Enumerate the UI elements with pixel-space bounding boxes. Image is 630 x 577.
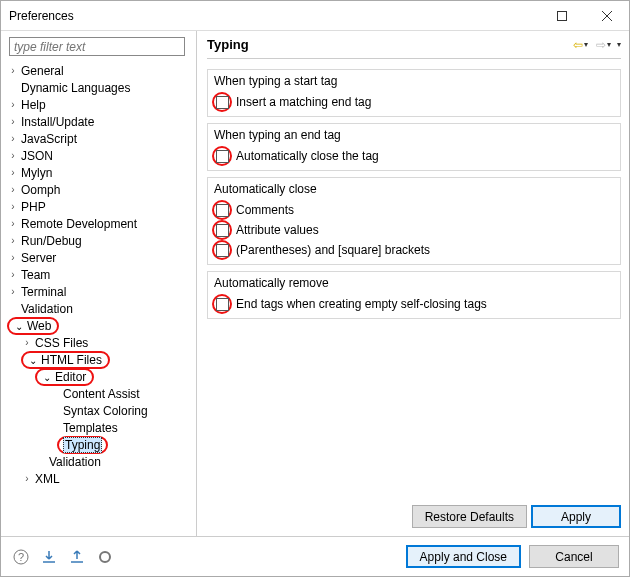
- tree-item-mylyn[interactable]: ›Mylyn: [7, 164, 192, 181]
- footer: ? Apply and Close Cancel: [1, 536, 629, 576]
- preferences-tree[interactable]: ›General Dynamic Languages ›Help ›Instal…: [7, 62, 196, 536]
- group-title: Automatically remove: [214, 276, 616, 290]
- arrow-right-icon: ⇨: [596, 38, 606, 52]
- dropdown-icon: ▾: [584, 40, 588, 49]
- tree-item-cssfiles[interactable]: ›CSS Files: [7, 334, 192, 351]
- tree-item-remote[interactable]: ›Remote Development: [7, 215, 192, 232]
- option-label: Comments: [236, 203, 294, 217]
- checkbox-icon: [216, 298, 229, 311]
- menu-dropdown-icon[interactable]: ▾: [617, 40, 621, 49]
- apply-button[interactable]: Apply: [531, 505, 621, 528]
- tree-item-server[interactable]: ›Server: [7, 249, 192, 266]
- maximize-icon: [557, 11, 567, 21]
- svg-point-5: [100, 552, 110, 562]
- checkbox-icon: [216, 224, 229, 237]
- filter-input[interactable]: [9, 37, 185, 56]
- option-label: End tags when creating empty self-closin…: [236, 297, 487, 311]
- option-label: Attribute values: [236, 223, 319, 237]
- page-title: Typing: [207, 37, 249, 52]
- tree-item-team[interactable]: ›Team: [7, 266, 192, 283]
- option-close-comments[interactable]: Comments: [212, 200, 616, 220]
- group-title: When typing an end tag: [214, 128, 616, 142]
- tree-item-xml[interactable]: ›XML: [7, 470, 192, 487]
- checkbox-icon: [216, 96, 229, 109]
- tree-item-editor[interactable]: ⌄Editor: [7, 368, 192, 385]
- window-title: Preferences: [9, 9, 74, 23]
- export-button[interactable]: [67, 547, 87, 567]
- tree-item-validation[interactable]: Validation: [7, 300, 192, 317]
- help-icon: ?: [13, 549, 29, 565]
- checkbox-icon: [216, 150, 229, 163]
- export-icon: [69, 549, 85, 565]
- option-insert-end-tag[interactable]: Insert a matching end tag: [212, 92, 616, 112]
- option-close-brackets[interactable]: (Parentheses) and [square] brackets: [212, 240, 616, 260]
- tree-item-rundebug[interactable]: ›Run/Debug: [7, 232, 192, 249]
- tree-item-php[interactable]: ›PHP: [7, 198, 192, 215]
- option-label: Insert a matching end tag: [236, 95, 371, 109]
- tree-item-json[interactable]: ›JSON: [7, 147, 192, 164]
- arrow-left-icon: ⇦: [573, 38, 583, 52]
- svg-rect-0: [557, 11, 566, 20]
- help-button[interactable]: ?: [11, 547, 31, 567]
- oomph-button[interactable]: [95, 547, 115, 567]
- cancel-button[interactable]: Cancel: [529, 545, 619, 568]
- nav-back-button[interactable]: ⇦▾: [571, 36, 590, 54]
- group-auto-close: Automatically close Comments Attribute v…: [207, 177, 621, 265]
- dropdown-icon: ▾: [607, 40, 611, 49]
- tree-item-oomph[interactable]: ›Oomph: [7, 181, 192, 198]
- group-title: When typing a start tag: [214, 74, 616, 88]
- close-button[interactable]: [584, 1, 629, 30]
- svg-text:?: ?: [18, 551, 24, 563]
- tree-item-javascript[interactable]: ›JavaScript: [7, 130, 192, 147]
- option-label: (Parentheses) and [square] brackets: [236, 243, 430, 257]
- tree-item-typing[interactable]: Typing: [7, 436, 192, 453]
- checkbox-icon: [216, 204, 229, 217]
- import-icon: [41, 549, 57, 565]
- tree-item-install[interactable]: ›Install/Update: [7, 113, 192, 130]
- sidebar: ›General Dynamic Languages ›Help ›Instal…: [1, 31, 197, 536]
- maximize-button[interactable]: [539, 1, 584, 30]
- tree-item-validation2[interactable]: Validation: [7, 453, 192, 470]
- restore-defaults-button[interactable]: Restore Defaults: [412, 505, 527, 528]
- tree-item-web[interactable]: ⌄Web: [7, 317, 192, 334]
- tree-item-templates[interactable]: Templates: [7, 419, 192, 436]
- import-button[interactable]: [39, 547, 59, 567]
- group-auto-remove: Automatically remove End tags when creat…: [207, 271, 621, 319]
- close-icon: [602, 11, 612, 21]
- tree-item-contentassist[interactable]: Content Assist: [7, 385, 192, 402]
- checkbox-icon: [216, 244, 229, 257]
- tree-item-htmlfiles[interactable]: ⌄HTML Files: [7, 351, 192, 368]
- tree-item-dynlang[interactable]: Dynamic Languages: [7, 79, 192, 96]
- circle-icon: [97, 549, 113, 565]
- group-start-tag: When typing a start tag Insert a matchin…: [207, 69, 621, 117]
- tree-item-terminal[interactable]: ›Terminal: [7, 283, 192, 300]
- titlebar: Preferences: [1, 1, 629, 31]
- group-title: Automatically close: [214, 182, 616, 196]
- tree-item-help[interactable]: ›Help: [7, 96, 192, 113]
- tree-item-syntax[interactable]: Syntax Coloring: [7, 402, 192, 419]
- nav-forward-button[interactable]: ⇨▾: [594, 36, 613, 54]
- apply-close-button[interactable]: Apply and Close: [406, 545, 521, 568]
- preferences-window: Preferences ›General Dynamic Languages ›…: [0, 0, 630, 577]
- option-label: Automatically close the tag: [236, 149, 379, 163]
- main-panel: Typing ⇦▾ ⇨▾ ▾ When typing a start tag I…: [197, 31, 629, 536]
- group-end-tag: When typing an end tag Automatically clo…: [207, 123, 621, 171]
- tree-item-general[interactable]: ›General: [7, 62, 192, 79]
- option-remove-end-tags[interactable]: End tags when creating empty self-closin…: [212, 294, 616, 314]
- option-auto-close-tag[interactable]: Automatically close the tag: [212, 146, 616, 166]
- option-close-attrs[interactable]: Attribute values: [212, 220, 616, 240]
